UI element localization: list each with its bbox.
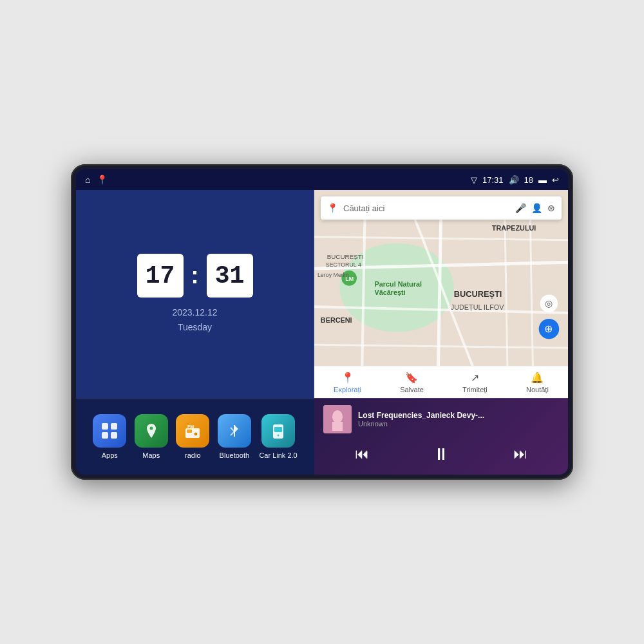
map-bottom-bar: 📍 Explorați 🔖 Salvate ↗ Trimiteți 🔔	[314, 366, 568, 398]
map-background: Parcul Natural Văcărești	[314, 190, 568, 398]
share-icon: ↗	[471, 372, 479, 384]
svg-rect-32	[102, 423, 108, 430]
svg-text:⊕: ⊕	[544, 323, 553, 334]
account-icon[interactable]: 👤	[531, 203, 542, 213]
next-button[interactable]: ⏭	[509, 442, 532, 466]
radio-label: radio	[185, 451, 200, 459]
clock-colon: :	[191, 262, 199, 289]
explore-label: Explorați	[334, 386, 361, 393]
svg-rect-47	[332, 422, 343, 431]
status-time: 17:31	[482, 175, 504, 185]
svg-rect-43	[274, 427, 282, 432]
clock-hours: 17	[137, 254, 184, 298]
map-widget[interactable]: Parcul Natural Văcărești	[314, 190, 568, 398]
svg-point-39	[194, 432, 198, 436]
svg-text:FM: FM	[187, 424, 194, 429]
microphone-icon[interactable]: 🎤	[515, 203, 526, 213]
news-label: Noutăți	[526, 386, 549, 393]
svg-rect-35	[111, 432, 117, 439]
music-controls: ⏮ ⏸ ⏭	[323, 440, 559, 468]
maps-icon	[135, 414, 168, 448]
svg-text:Parcul Natural: Parcul Natural	[375, 280, 422, 288]
app-item-radio[interactable]: FM radio	[176, 414, 209, 459]
explore-icon: 📍	[341, 372, 354, 384]
saved-icon: 🔖	[405, 372, 418, 384]
svg-text:◎: ◎	[545, 299, 553, 308]
map-nav-saved[interactable]: 🔖 Salvate	[400, 372, 424, 393]
main-content: 17 : 31 2023.12.12 Tuesday	[76, 190, 568, 475]
battery-level: 18	[524, 175, 533, 185]
news-icon: 🔔	[531, 372, 544, 384]
map-nav-share[interactable]: ↗ Trimiteți	[462, 372, 488, 393]
svg-text:SECTORUL 4: SECTORUL 4	[326, 261, 361, 268]
bluetooth-label: Bluetooth	[220, 451, 249, 459]
music-player: Lost Frequencies_Janieck Devy-... Unknow…	[314, 398, 568, 475]
map-search-placeholder[interactable]: Căutați aici	[343, 204, 510, 213]
share-label: Trimiteți	[462, 386, 488, 393]
svg-point-36	[149, 427, 153, 430]
bluetooth-icon	[218, 414, 251, 448]
svg-point-46	[332, 410, 343, 423]
svg-point-44	[278, 435, 279, 437]
music-artist: Unknown	[358, 420, 559, 428]
map-nav-news[interactable]: 🔔 Noutăți	[526, 372, 549, 393]
play-pause-button[interactable]: ⏸	[427, 440, 455, 468]
clock-date: 2023.12.12 Tuesday	[172, 305, 217, 334]
svg-text:JUDEȚUL ILFOV: JUDEȚUL ILFOV	[451, 303, 504, 311]
carlink-label: Car Link 2.0	[259, 451, 297, 459]
svg-rect-34	[102, 432, 108, 439]
clock-widget: 17 : 31 2023.12.12 Tuesday	[76, 190, 314, 398]
svg-rect-38	[187, 430, 192, 433]
volume-icon: 🔊	[509, 175, 519, 185]
back-icon[interactable]: ↩	[552, 175, 559, 185]
map-nav-explore[interactable]: 📍 Explorați	[334, 372, 361, 393]
svg-text:BERCENI: BERCENI	[321, 316, 352, 324]
status-left: ⌂ 📍	[85, 175, 108, 185]
maps-status-icon[interactable]: 📍	[97, 175, 108, 185]
saved-label: Salvate	[400, 386, 424, 393]
svg-text:BUCUREȘTI: BUCUREȘTI	[327, 253, 364, 260]
music-details: Lost Frequencies_Janieck Devy-... Unknow…	[358, 411, 559, 428]
status-right: ▽ 17:31 🔊 18 ▬ ↩	[471, 175, 559, 185]
app-item-apps[interactable]: Apps	[93, 414, 126, 459]
status-bar: ⌂ 📍 ▽ 17:31 🔊 18 ▬ ↩	[76, 169, 568, 190]
car-screen-device: ⌂ 📍 ▽ 17:31 🔊 18 ▬ ↩ 17 : 31	[71, 164, 573, 480]
svg-text:BUCUREȘTI: BUCUREȘTI	[454, 289, 502, 299]
apps-label: Apps	[102, 451, 118, 459]
clock-minutes: 31	[207, 254, 253, 298]
prev-button[interactable]: ⏮	[350, 442, 374, 466]
radio-icon: FM	[176, 414, 209, 448]
music-title: Lost Frequencies_Janieck Devy-...	[358, 411, 559, 420]
map-pin-icon: 📍	[327, 203, 338, 213]
music-info: Lost Frequencies_Janieck Devy-... Unknow…	[323, 405, 559, 433]
music-thumbnail	[323, 405, 352, 433]
svg-rect-33	[111, 423, 117, 430]
apps-icon	[93, 414, 126, 448]
clock-display: 17 : 31	[137, 254, 253, 298]
app-dock: Apps Maps	[76, 398, 314, 475]
svg-text:Leroy Merlin: Leroy Merlin	[317, 272, 349, 278]
map-search-bar[interactable]: 📍 Căutați aici 🎤 👤 ⊛	[321, 196, 562, 220]
carlink-icon	[261, 414, 295, 448]
screen: ⌂ 📍 ▽ 17:31 🔊 18 ▬ ↩ 17 : 31	[76, 169, 568, 475]
battery-icon: ▬	[538, 175, 547, 185]
layers-icon[interactable]: ⊛	[547, 203, 555, 213]
signal-icon: ▽	[471, 175, 477, 185]
home-icon[interactable]: ⌂	[85, 175, 90, 185]
app-item-bluetooth[interactable]: Bluetooth	[218, 414, 251, 459]
svg-text:TRAPEZULUI: TRAPEZULUI	[492, 224, 536, 232]
maps-label: Maps	[142, 451, 160, 459]
app-item-maps[interactable]: Maps	[135, 414, 168, 459]
svg-text:Văcărești: Văcărești	[375, 289, 406, 296]
app-item-carlink[interactable]: Car Link 2.0	[259, 414, 297, 459]
